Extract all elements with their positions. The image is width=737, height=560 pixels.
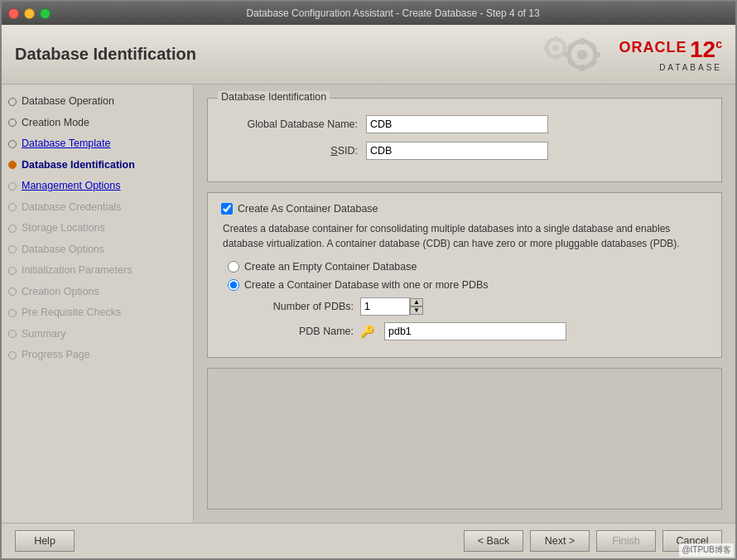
num-pdbs-input[interactable] <box>360 297 410 316</box>
spinner-up[interactable]: ▲ <box>410 298 423 307</box>
sidebar-item-creation-options: Creation Options <box>2 282 193 303</box>
pdb-name-input[interactable] <box>384 322 566 340</box>
sid-label: SSID: <box>221 145 366 157</box>
traffic-lights <box>8 8 51 19</box>
gear-icon <box>524 31 615 77</box>
main-content: Database Identification <box>2 25 735 558</box>
key-icon: 🔑 <box>360 325 374 338</box>
oracle-version: 12 <box>690 36 715 62</box>
page-title: Database Identification <box>15 45 196 64</box>
sidebar-item-database-template[interactable]: Database Template <box>2 133 193 155</box>
sidebar-item-database-options: Database Options <box>2 239 193 261</box>
sidebar-item-database-operation: Database Operation <box>2 91 193 113</box>
dot-creation-options <box>8 287 17 296</box>
right-panel: Database Identification Global Database … <box>194 84 735 523</box>
spinner-buttons: ▲ ▼ <box>410 298 423 315</box>
sidebar-label-pre-requisite-checks: Pre Requisite Checks <box>22 306 121 321</box>
notes-area <box>207 368 722 509</box>
sidebar-item-initialization-parameters: Initialization Parameters <box>2 260 193 282</box>
container-checkbox-row: Create As Container Database <box>221 203 708 215</box>
global-db-name-row: Global Database Name: <box>221 115 708 133</box>
pdb-name-label: PDB Name: <box>254 326 354 337</box>
oracle-logo: ORACLE 12c DATABASE <box>619 36 722 72</box>
pdb-fields: Number of PDBs: ▲ ▼ PDB <box>228 297 708 340</box>
group-box-title: Database Identification <box>218 91 330 103</box>
sidebar-label-database-credentials: Database Credentials <box>22 200 121 215</box>
sidebar-item-summary: Summary <box>2 324 193 345</box>
dot-database-identification <box>8 161 17 169</box>
radio-group: Create an Empty Container Database Creat… <box>221 261 708 340</box>
main-window: Database Configuration Assistant - Creat… <box>0 0 737 560</box>
sidebar-label-summary: Summary <box>22 327 65 342</box>
body-area: Database Operation Creation Mode Databas… <box>2 84 735 523</box>
sidebar-label-database-template: Database Template <box>22 137 110 152</box>
back-button[interactable]: < Back <box>464 530 523 552</box>
sidebar: Database Operation Creation Mode Databas… <box>2 84 194 523</box>
spinner-down[interactable]: ▼ <box>410 307 423 315</box>
svg-rect-3 <box>580 65 585 71</box>
finish-button[interactable]: Finish <box>596 530 656 552</box>
container-checkbox-label[interactable]: Create As Container Database <box>238 203 378 215</box>
dot-creation-mode <box>8 118 17 127</box>
oracle-version-sup: c <box>715 37 722 51</box>
title-bar: Database Configuration Assistant - Creat… <box>2 2 735 25</box>
container-description: Creates a database container for consoli… <box>221 221 708 251</box>
dot-database-operation <box>8 98 17 106</box>
svg-point-11 <box>552 45 559 51</box>
sidebar-item-creation-mode: Creation Mode <box>2 113 193 134</box>
sidebar-label-database-options: Database Options <box>22 243 104 258</box>
dot-database-template <box>8 140 17 148</box>
radio-pdb-label[interactable]: Create a Container Database with one or … <box>244 279 489 291</box>
dot-initialization-parameters <box>8 267 17 275</box>
sidebar-label-creation-options: Creation Options <box>22 285 99 300</box>
footer: Help < Back Next > Finish Cancel <box>2 523 735 558</box>
footer-left: Help <box>15 530 75 552</box>
svg-rect-12 <box>554 36 558 41</box>
radio-empty-row: Create an Empty Container Database <box>228 261 708 273</box>
dot-database-credentials <box>8 203 17 211</box>
svg-rect-5 <box>594 52 600 57</box>
global-db-name-input[interactable] <box>366 115 548 133</box>
radio-pdb-container[interactable] <box>228 279 239 291</box>
window-title: Database Configuration Assistant - Creat… <box>57 7 729 19</box>
svg-rect-2 <box>580 38 585 45</box>
sidebar-item-storage-locations: Storage Locations <box>2 218 193 239</box>
dot-summary <box>8 330 17 338</box>
db-identification-group: Database Identification Global Database … <box>207 98 722 182</box>
svg-point-1 <box>577 50 587 60</box>
sidebar-label-storage-locations: Storage Locations <box>22 221 105 236</box>
oracle-db-text: DATABASE <box>619 63 722 72</box>
sidebar-item-management-options[interactable]: Management Options <box>2 176 193 197</box>
num-pdbs-spinner: ▲ ▼ <box>360 297 423 316</box>
sidebar-label-creation-mode: Creation Mode <box>22 116 89 131</box>
dot-management-options <box>8 182 17 191</box>
sid-input[interactable] <box>366 142 548 160</box>
close-button[interactable] <box>8 8 19 19</box>
pdb-name-row: PDB Name: 🔑 <box>254 322 708 340</box>
radio-pdb-row: Create a Container Database with one or … <box>228 279 708 291</box>
gear-container <box>516 31 615 77</box>
radio-empty-label[interactable]: Create an Empty Container Database <box>244 261 417 273</box>
sidebar-label-initialization-parameters: Initialization Parameters <box>22 263 132 278</box>
radio-empty-container[interactable] <box>228 261 239 273</box>
next-button[interactable]: Next > <box>530 530 590 552</box>
dot-progress-page <box>8 351 17 360</box>
help-button[interactable]: Help <box>15 530 75 552</box>
create-container-checkbox[interactable] <box>221 203 233 215</box>
oracle-text: ORACLE <box>619 39 686 56</box>
svg-rect-14 <box>544 46 549 51</box>
global-db-name-label: Global Database Name: <box>221 118 366 130</box>
dot-pre-requisite-checks <box>8 309 17 317</box>
num-pdbs-label: Number of PDBs: <box>254 301 354 312</box>
svg-rect-13 <box>554 55 558 60</box>
header: Database Identification <box>2 25 735 84</box>
minimize-button[interactable] <box>24 8 35 19</box>
num-pdbs-row: Number of PDBs: ▲ ▼ <box>254 297 708 316</box>
dot-database-options <box>8 245 17 253</box>
sidebar-item-database-identification[interactable]: Database Identification <box>2 155 193 176</box>
maximize-button[interactable] <box>40 8 51 19</box>
dot-storage-locations <box>8 224 17 233</box>
sidebar-label-management-options: Management Options <box>22 179 121 194</box>
watermark: @ITPUB博客 <box>679 543 734 557</box>
sidebar-label-database-operation: Database Operation <box>22 94 114 109</box>
